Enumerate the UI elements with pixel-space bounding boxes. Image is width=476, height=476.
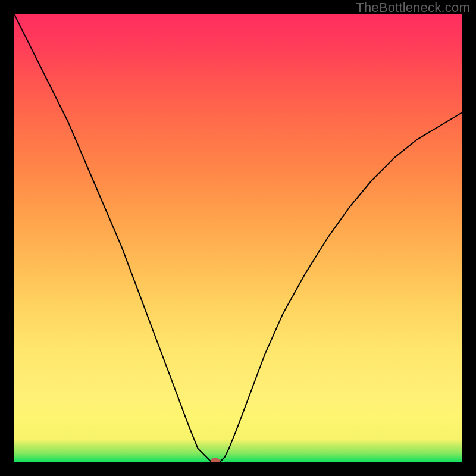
plot-area	[14, 14, 462, 462]
curve-line	[14, 14, 462, 462]
watermark-text: TheBottleneck.com	[356, 0, 470, 15]
bottleneck-curve	[14, 14, 462, 462]
bottleneck-marker	[211, 458, 220, 462]
chart-frame: TheBottleneck.com	[0, 0, 476, 476]
